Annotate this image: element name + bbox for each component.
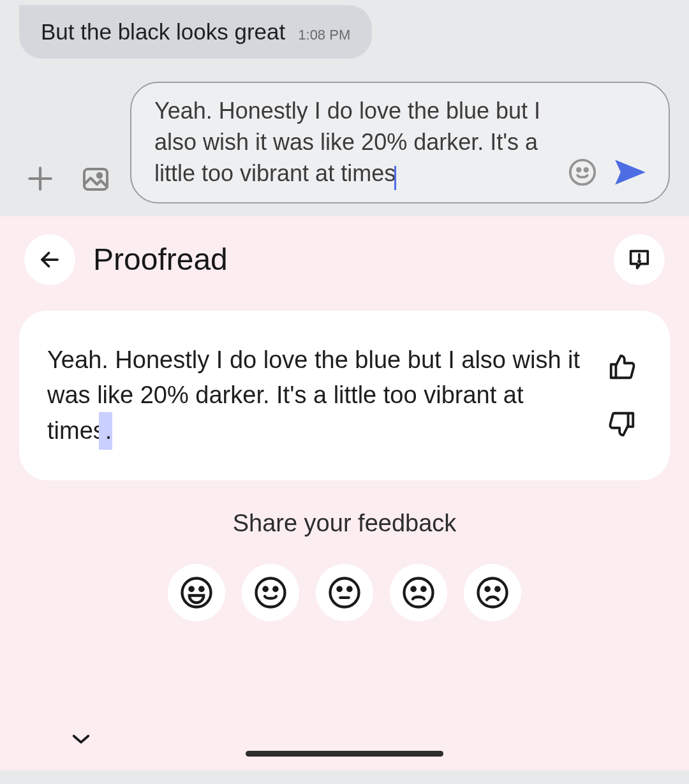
svg-point-16 bbox=[330, 579, 359, 607]
frown-icon bbox=[401, 575, 436, 610]
face-very-sad[interactable] bbox=[464, 564, 521, 621]
nav-pill[interactable] bbox=[246, 751, 443, 757]
panel-header: Proofread bbox=[19, 234, 670, 285]
chevron-down-icon bbox=[70, 731, 92, 746]
message-input-text: Yeah. Honestly I do love the blue but I … bbox=[154, 98, 540, 186]
svg-point-13 bbox=[256, 579, 285, 607]
svg-point-25 bbox=[496, 588, 499, 591]
thumbs-down-button[interactable] bbox=[605, 407, 639, 441]
thumbs-up-icon bbox=[607, 352, 637, 381]
svg-point-20 bbox=[404, 579, 433, 607]
svg-point-5 bbox=[577, 168, 581, 172]
svg-point-15 bbox=[274, 588, 277, 591]
send-icon[interactable] bbox=[611, 156, 649, 189]
grin-icon bbox=[179, 575, 214, 610]
svg-point-11 bbox=[189, 588, 193, 591]
back-button[interactable] bbox=[24, 234, 75, 285]
feedback-section: Share your feedback bbox=[19, 510, 670, 621]
feedback-faces bbox=[19, 564, 670, 621]
received-message: But the black looks great 1:08 PM bbox=[19, 5, 372, 59]
panel-title: Proofread bbox=[93, 242, 228, 277]
suggestion-text: Yeah. Honestly I do love the blue but I … bbox=[47, 343, 586, 448]
svg-point-4 bbox=[570, 160, 595, 184]
emoji-icon[interactable] bbox=[565, 155, 600, 189]
text-cursor bbox=[394, 166, 396, 190]
suggestion-edit-highlight: . bbox=[105, 413, 112, 448]
panel-header-left: Proofread bbox=[24, 234, 228, 285]
suggestion-card[interactable]: Yeah. Honestly I do love the blue but I … bbox=[19, 311, 670, 480]
neutral-icon bbox=[327, 575, 362, 610]
svg-point-3 bbox=[98, 174, 101, 177]
svg-point-23 bbox=[478, 579, 507, 607]
report-button[interactable] bbox=[614, 234, 665, 285]
gallery-icon[interactable] bbox=[75, 159, 116, 200]
received-message-time: 1:08 PM bbox=[298, 27, 350, 43]
svg-point-17 bbox=[337, 588, 341, 591]
face-happy[interactable] bbox=[242, 564, 299, 621]
svg-point-9 bbox=[639, 260, 640, 262]
collapse-button[interactable] bbox=[70, 731, 92, 746]
svg-point-24 bbox=[485, 588, 489, 591]
face-very-happy[interactable] bbox=[168, 564, 225, 621]
thumbs-down-icon bbox=[607, 410, 637, 439]
thumbs-up-button[interactable] bbox=[605, 350, 639, 384]
compose-actions bbox=[565, 155, 649, 189]
face-neutral[interactable] bbox=[316, 564, 373, 621]
chat-area: But the black looks great 1:08 PM Yeah. … bbox=[0, 0, 689, 216]
svg-point-12 bbox=[200, 588, 203, 591]
sad-icon bbox=[475, 575, 510, 610]
svg-point-14 bbox=[263, 588, 267, 591]
bottom-bar bbox=[0, 751, 689, 757]
proofread-panel: Proofread Yeah. Honestly I do love the b… bbox=[0, 216, 689, 771]
plus-icon[interactable] bbox=[19, 158, 61, 200]
feedback-prompt: Share your feedback bbox=[19, 510, 670, 537]
compose-row: Yeah. Honestly I do love the blue but I … bbox=[13, 82, 676, 203]
svg-point-18 bbox=[348, 588, 351, 591]
svg-point-22 bbox=[422, 588, 425, 591]
svg-point-21 bbox=[411, 588, 415, 591]
vote-buttons bbox=[605, 350, 642, 441]
face-sad[interactable] bbox=[390, 564, 447, 621]
report-icon bbox=[626, 247, 652, 272]
suggestion-main: Yeah. Honestly I do love the blue but I … bbox=[47, 346, 580, 444]
arrow-left-icon bbox=[38, 248, 61, 271]
message-input-container[interactable]: Yeah. Honestly I do love the blue but I … bbox=[130, 82, 670, 203]
received-message-text: But the black looks great bbox=[41, 19, 285, 45]
smile-icon bbox=[253, 575, 288, 610]
svg-point-6 bbox=[584, 168, 588, 172]
message-input[interactable]: Yeah. Honestly I do love the blue but I … bbox=[154, 96, 558, 189]
